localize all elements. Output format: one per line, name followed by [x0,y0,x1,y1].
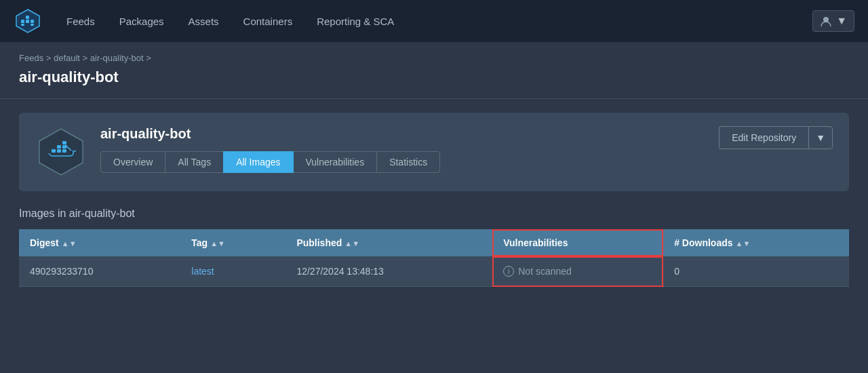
svg-rect-9 [52,149,56,153]
user-chevron: ▼ [836,15,847,27]
cell-tag: latest [180,256,285,287]
nav-item-containers[interactable]: Containers [233,10,304,33]
svg-rect-3 [31,20,34,23]
breadcrumb: Feeds > default > air-quality-bot > [19,53,849,63]
table-row: 490293233710 latest 12/27/2024 13:48:13 … [19,256,849,287]
chevron-down-icon: ▼ [816,132,825,143]
svg-rect-5 [21,24,24,26]
svg-rect-6 [31,24,34,26]
svg-rect-10 [57,149,61,153]
page-header: Feeds > default > air-quality-bot > air-… [0,42,868,99]
cell-digest: 490293233710 [19,256,180,287]
nav-item-assets[interactable]: Assets [178,10,230,33]
edit-repository-dropdown-button[interactable]: ▼ [808,126,833,149]
repo-docker-icon [35,126,87,178]
col-header-vulnerabilities: Vulnerabilities [492,229,663,256]
svg-rect-1 [21,20,24,23]
table-header-row: Digest▲▼ Tag▲▼ Published▲▼ Vulnerabiliti… [19,229,849,256]
col-header-downloads[interactable]: # Downloads▲▼ [663,229,849,256]
svg-rect-14 [62,141,66,144]
tab-statistics[interactable]: Statistics [376,151,440,173]
info-icon: i [503,266,514,277]
user-icon [820,15,832,27]
tab-all-tags[interactable]: All Tags [165,151,224,173]
col-header-digest[interactable]: Digest▲▼ [19,229,180,256]
svg-rect-12 [57,145,61,149]
cell-downloads: 0 [663,256,849,287]
svg-point-15 [70,151,73,153]
page-title: air-quality-bot [19,68,849,86]
nav-item-feeds[interactable]: Feeds [56,10,106,33]
top-navigation: Feeds Packages Assets Containers Reporti… [0,0,868,42]
main-content: air-quality-bot Overview All Tags All Im… [0,99,868,300]
repo-card: air-quality-bot Overview All Tags All Im… [19,113,849,191]
cell-vulnerabilities: i Not scanned [492,256,663,287]
svg-rect-11 [62,149,66,153]
tab-all-images[interactable]: All Images [223,151,293,173]
tab-vulnerabilities[interactable]: Vulnerabilities [293,151,378,173]
svg-rect-4 [26,16,29,19]
col-header-tag[interactable]: Tag▲▼ [180,229,285,256]
repo-icon-container [35,126,87,178]
tag-link[interactable]: latest [191,266,214,277]
user-menu[interactable]: ▼ [812,10,854,32]
images-table: Digest▲▼ Tag▲▼ Published▲▼ Vulnerabiliti… [19,229,849,287]
nav-item-reporting[interactable]: Reporting & SCA [306,10,405,33]
repo-tabs: Overview All Tags All Images Vulnerabili… [100,151,833,173]
images-section: Images in air-quality-bot Digest▲▼ Tag▲▼… [19,208,849,287]
app-logo[interactable] [14,7,42,35]
edit-repository-button[interactable]: Edit Repository [719,126,808,149]
svg-rect-2 [26,20,29,23]
nav-items: Feeds Packages Assets Containers Reporti… [56,10,812,33]
not-scanned-label: Not scanned [518,266,572,277]
nav-item-packages[interactable]: Packages [108,10,175,33]
edit-button-group: Edit Repository ▼ [719,126,833,149]
cell-published: 12/27/2024 13:48:13 [285,256,492,287]
tab-overview[interactable]: Overview [100,151,165,173]
not-scanned-status: i Not scanned [503,266,652,277]
table-section-title: Images in air-quality-bot [19,208,849,220]
col-header-published[interactable]: Published▲▼ [285,229,492,256]
